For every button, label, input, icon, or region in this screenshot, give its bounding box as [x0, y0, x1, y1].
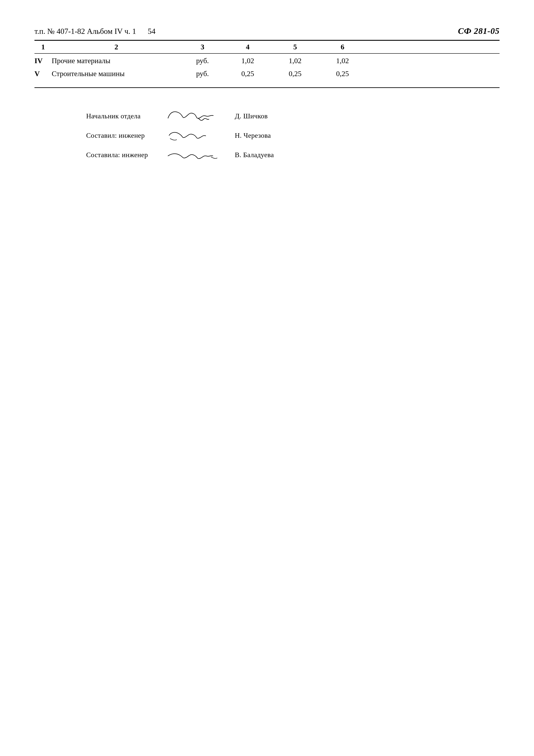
sig-image-3: [159, 146, 228, 163]
cell-row1-col1: IV: [35, 57, 52, 65]
col-header-3: 3: [181, 43, 224, 51]
page-number: 54: [148, 27, 156, 36]
sig-name-2: Н. Черезова: [235, 131, 271, 140]
cell-row1-col4: 1,02: [224, 57, 271, 65]
header-label: т.п. № 407-1-82 Альбом IV ч. 1: [35, 27, 136, 36]
col-header-6: 6: [319, 43, 366, 51]
cell-row2-col6: 0,25: [319, 69, 366, 78]
sig-name-3: В. Баладуева: [235, 151, 274, 159]
signature-svg-3: [164, 146, 224, 163]
signature-svg-1: [164, 107, 224, 124]
page: т.п. № 407-1-82 Альбом IV ч. 1 54 СФ 281…: [0, 0, 534, 756]
col-header-5: 5: [271, 43, 319, 51]
table-header-row: 1 2 3 4 5 6: [35, 41, 499, 54]
header-left: т.п. № 407-1-82 Альбом IV ч. 1 54: [35, 27, 156, 36]
sig-label-2: Составил: инженер: [86, 131, 159, 140]
cell-row2-col3: руб.: [181, 69, 224, 78]
col-header-4: 4: [224, 43, 271, 51]
header-row: т.п. № 407-1-82 Альбом IV ч. 1 54 СФ 281…: [35, 26, 499, 36]
signature-row-2: Составил: инженер Н. Черезова: [86, 127, 499, 144]
cell-row1-col6: 1,02: [319, 57, 366, 65]
doc-number: СФ 281-05: [458, 26, 499, 36]
cell-row2-col5: 0,25: [271, 69, 319, 78]
spacer: [35, 81, 499, 87]
cell-row1-col2: Прочие материалы: [52, 57, 181, 65]
signature-svg-2: [164, 127, 224, 144]
cell-row1-col5: 1,02: [271, 57, 319, 65]
sig-image-2: [159, 127, 228, 144]
signature-row-3: Составила: инженер В. Баладуева: [86, 146, 499, 163]
sig-label-3: Составила: инженер: [86, 151, 159, 159]
sig-label-1: Начальник отдела: [86, 112, 159, 120]
signatures-section: Начальник отдела Д. Шичков Составил: инж…: [35, 107, 499, 163]
sig-image-1: [159, 107, 228, 124]
bottom-border-line: [35, 87, 499, 88]
table-row: V Строительные машины руб. 0,25 0,25 0,2…: [35, 68, 499, 81]
main-table: 1 2 3 4 5 6 IV Прочие материалы руб. 1,0…: [35, 41, 499, 87]
signature-row-1: Начальник отдела Д. Шичков: [86, 107, 499, 124]
cell-row1-col3: руб.: [181, 57, 224, 65]
col-header-1: 1: [35, 43, 52, 51]
cell-row2-col2: Строительные машины: [52, 69, 181, 78]
table-row: IV Прочие материалы руб. 1,02 1,02 1,02: [35, 54, 499, 68]
sig-name-1: Д. Шичков: [235, 112, 268, 120]
cell-row2-col4: 0,25: [224, 69, 271, 78]
col-header-2: 2: [52, 43, 181, 51]
cell-row2-col1: V: [35, 69, 52, 78]
